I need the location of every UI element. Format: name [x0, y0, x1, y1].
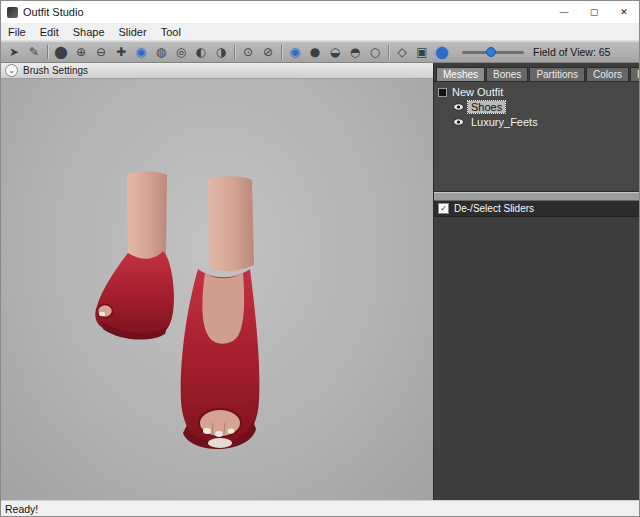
eye-icon[interactable] — [453, 118, 464, 126]
tree-item-label-luxury-feets[interactable]: Luxury_Feets — [468, 116, 541, 128]
undiff-brush-icon[interactable]: ◍ — [151, 43, 171, 61]
viewport-3d[interactable]: ⌄ Brush Settings — [1, 63, 433, 500]
deflate-brush-icon[interactable]: ⊖ — [91, 43, 111, 61]
inflate-brush-icon[interactable]: ⊕ — [71, 43, 91, 61]
tree-item-label-shoes[interactable]: Shoes — [468, 101, 505, 113]
window-controls: — ▢ ✕ — [549, 1, 639, 23]
select-tool-icon[interactable]: ➤ — [4, 43, 24, 61]
x-mirror-icon[interactable]: ◒ — [325, 43, 345, 61]
maximize-button[interactable]: ▢ — [579, 1, 609, 23]
title-bar: Outfit Studio — ▢ ✕ — [1, 1, 639, 23]
weight-brush-icon[interactable]: ◎ — [171, 43, 191, 61]
close-button[interactable]: ✕ — [609, 1, 639, 23]
toolbar: ➤ ✎ ⬤ ⊕ ⊖ ✚ ◉ ◍ ◎ ◐ ◑ ⊙ ⊘ ◉ ● ◒ ◓ ○ ◇ ▣ … — [1, 41, 639, 63]
tree-item-shoes[interactable]: Shoes — [453, 100, 637, 114]
menu-shape[interactable]: Shape — [66, 23, 112, 40]
app-icon — [7, 7, 18, 18]
model-render-shoes — [1, 63, 433, 500]
sliders-list[interactable] — [434, 217, 639, 500]
smooth-brush-icon[interactable]: ◉ — [131, 43, 151, 61]
chevron-down-icon[interactable]: ⌄ — [5, 64, 18, 77]
eye-icon[interactable] — [453, 103, 464, 111]
alpha-brush-icon[interactable]: ◑ — [211, 43, 231, 61]
move-brush-icon[interactable]: ✚ — [111, 43, 131, 61]
toolbar-separator — [281, 45, 282, 59]
brush-settings-pane[interactable]: ⌄ Brush Settings — [1, 63, 433, 79]
meshes-tree: New Outfit Shoes Luxury_Feets — [434, 82, 639, 192]
connected-brush-icon[interactable]: ◉ — [285, 43, 305, 61]
field-of-view-label: Field of View: 65 — [533, 46, 610, 58]
sliders-header-label: De-/Select Sliders — [454, 203, 534, 214]
menu-slider[interactable]: Slider — [112, 23, 154, 40]
brush-tool-icon[interactable]: ✎ — [24, 43, 44, 61]
tree-item-luxury-feets[interactable]: Luxury_Feets — [453, 115, 637, 129]
global-brush-icon[interactable]: ● — [305, 43, 325, 61]
brush-settings-label: Brush Settings — [23, 65, 88, 76]
field-of-view-slider-thumb[interactable] — [486, 47, 496, 57]
tab-colors[interactable]: Colors — [586, 67, 629, 81]
panel-splitter[interactable] — [434, 192, 639, 201]
tree-root-new-outfit[interactable]: New Outfit — [438, 85, 637, 99]
status-text: Ready! — [5, 503, 38, 515]
tab-partitions[interactable]: Partitions — [529, 67, 585, 81]
menu-tool[interactable]: Tool — [154, 23, 188, 40]
select-sliders-checkbox[interactable]: ✓ — [438, 203, 449, 214]
tab-meshes[interactable]: Meshes — [436, 67, 485, 81]
color-brush-icon[interactable]: ◐ — [191, 43, 211, 61]
mask-brush-icon[interactable]: ⬤ — [51, 43, 71, 61]
panel-tabs: Meshes Bones Partitions Colors Lights — [434, 63, 639, 82]
menu-bar: File Edit Shape Slider Tool — [1, 23, 639, 41]
texture-icon[interactable]: ▣ — [412, 43, 432, 61]
menu-file[interactable]: File — [1, 23, 33, 40]
tree-root-label[interactable]: New Outfit — [452, 86, 503, 98]
status-bar: Ready! — [1, 500, 639, 516]
edit-mode-icon[interactable]: ◓ — [345, 43, 365, 61]
tab-lights[interactable]: Lights — [630, 67, 640, 81]
minimize-button[interactable]: — — [549, 1, 579, 23]
sliders-header: ✓ De-/Select Sliders — [434, 201, 639, 217]
collapse-vertex-icon[interactable]: ⊙ — [238, 43, 258, 61]
vertex-mode-icon[interactable]: ○ — [365, 43, 385, 61]
right-panel: Meshes Bones Partitions Colors Lights Ne… — [433, 63, 639, 500]
toolbar-separator — [388, 45, 389, 59]
outfit-studio-window: Outfit Studio — ▢ ✕ File Edit Shape Slid… — [0, 0, 640, 517]
tab-bones[interactable]: Bones — [486, 67, 528, 81]
tree-root-icon[interactable] — [438, 88, 447, 97]
flip-edge-icon[interactable]: ⊘ — [258, 43, 278, 61]
field-of-view-slider[interactable] — [462, 51, 524, 54]
wireframe-icon[interactable]: ◇ — [392, 43, 412, 61]
window-title: Outfit Studio — [23, 6, 84, 18]
main-content: ⌄ Brush Settings — [1, 63, 639, 500]
toolbar-separator — [234, 45, 235, 59]
perspective-icon[interactable]: ⬤ — [432, 43, 452, 61]
menu-edit[interactable]: Edit — [33, 23, 66, 40]
toolbar-separator — [47, 45, 48, 59]
